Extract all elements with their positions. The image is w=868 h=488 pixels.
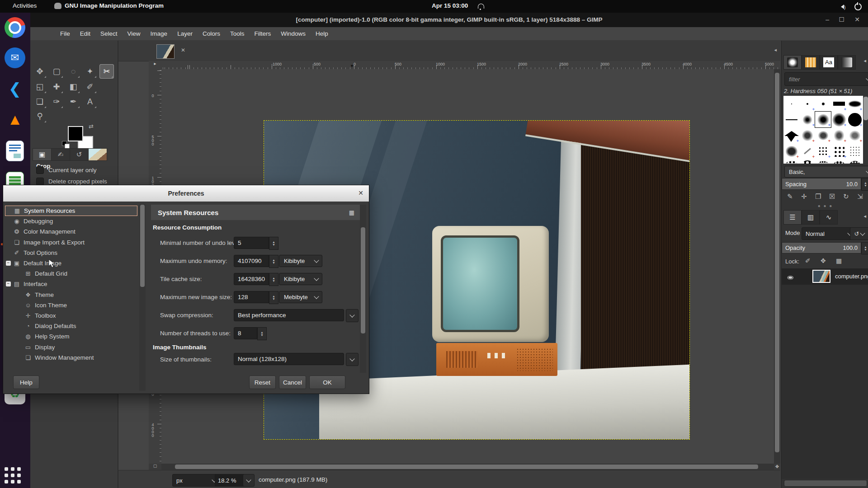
lock-alpha-icon[interactable]: ▦: [836, 257, 842, 264]
notification-bell-icon[interactable]: [478, 4, 484, 9]
layer-name[interactable]: computer.png: [835, 273, 868, 280]
pref-tree-toolbox[interactable]: ✛Toolbox: [5, 310, 137, 321]
menu-edit[interactable]: Edit: [76, 28, 94, 39]
field-swap-compression-dropdown-button[interactable]: [346, 309, 359, 322]
lock-pixels-icon[interactable]: ✐: [805, 257, 811, 264]
tree-scrollbar[interactable]: [139, 204, 146, 391]
help-button[interactable]: Help: [13, 375, 39, 389]
brush-swatch[interactable]: [815, 159, 831, 164]
tab-fonts[interactable]: Aa: [820, 55, 838, 70]
field-number-of-threads-to-use-input[interactable]: 8: [234, 327, 257, 339]
tool-transform[interactable]: ◱: [33, 80, 47, 94]
tab-brushes[interactable]: [783, 55, 802, 70]
dock-grip[interactable]: ● ● ●: [782, 203, 868, 208]
zoom-dropdown[interactable]: [243, 474, 255, 487]
brush-group-dropdown[interactable]: Basic,: [784, 166, 868, 178]
brush-swatch[interactable]: +: [799, 143, 815, 159]
dock-item-libreoffice-writer[interactable]: [5, 141, 25, 161]
layer-list-empty[interactable]: [782, 285, 868, 479]
layers-tab[interactable]: ☰: [783, 210, 802, 225]
preferences-close-icon[interactable]: ✕: [358, 189, 363, 197]
refresh-brushes-icon[interactable]: ↻: [843, 192, 849, 201]
menu-windows[interactable]: Windows: [277, 28, 310, 39]
channels-tab[interactable]: ▥: [802, 210, 820, 225]
tab-device-status[interactable]: ✍: [51, 148, 70, 161]
dock-item-app-grid[interactable]: [5, 467, 25, 488]
close-button[interactable]: ✕: [854, 16, 860, 23]
duplicate-brush-icon[interactable]: ❐: [815, 192, 821, 201]
brush-swatch[interactable]: [783, 96, 799, 112]
tool-clone[interactable]: ❏: [33, 94, 47, 109]
tool-zoom[interactable]: ⚲: [33, 109, 47, 123]
field-tile-cache-size-input[interactable]: 16428360: [234, 273, 269, 285]
power-icon[interactable]: [854, 3, 862, 10]
field-swap-compression-dropdown[interactable]: Best performance: [234, 309, 344, 321]
quick-mask-button[interactable]: ▢: [149, 464, 161, 470]
brush-swatch[interactable]: +: [831, 143, 847, 159]
brush-swatch[interactable]: +: [799, 112, 815, 127]
cancel-button[interactable]: Cancel: [279, 375, 306, 389]
pref-tree-system-resources[interactable]: ▦System Resources: [5, 206, 137, 216]
reset-button[interactable]: Reset: [249, 375, 276, 389]
field-minimal-number-of-undo-levels-input[interactable]: 5: [234, 237, 269, 249]
brush-swatch[interactable]: [815, 96, 831, 112]
tab-tool-options[interactable]: ▣: [33, 148, 52, 161]
menu-file[interactable]: File: [56, 28, 74, 39]
tool-heal[interactable]: ✚: [49, 80, 64, 94]
brush-swatch[interactable]: [847, 143, 863, 159]
clock[interactable]: Apr 15 03:00: [432, 2, 468, 9]
brush-filter-input[interactable]: filter: [784, 72, 868, 86]
tab-image-thumbnail[interactable]: [88, 148, 107, 161]
thumb-size-dropdown-button[interactable]: [346, 353, 359, 366]
brush-swatch[interactable]: +: [783, 143, 799, 159]
brush-swatch[interactable]: +: [847, 112, 863, 127]
field-maximum-undo-memory-spinner[interactable]: ▲▼: [269, 255, 278, 268]
image-tab-thumbnail[interactable]: [156, 44, 175, 59]
page-scrollbar[interactable]: [360, 205, 366, 373]
brush-swatch[interactable]: +: [815, 143, 831, 159]
dock-item-chrome[interactable]: [5, 17, 25, 38]
tree-expander-icon[interactable]: −: [6, 261, 11, 266]
field-maximum-new-image-size-unit-dropdown[interactable]: Mebibyte: [279, 291, 322, 303]
delete-brush-icon[interactable]: ☒: [829, 192, 835, 201]
menu-colors[interactable]: Colors: [198, 28, 224, 39]
pref-tree-dialog-defaults[interactable]: ◔Dialog Defaults: [5, 321, 137, 331]
pref-tree-icon-theme[interactable]: ☺Icon Theme: [5, 300, 137, 310]
opacity-spinner[interactable]: ▲▼: [861, 242, 868, 254]
tool-free-select[interactable]: ◌: [66, 64, 80, 79]
pref-tree-theme[interactable]: ❖Theme: [5, 290, 137, 300]
brush-swatch[interactable]: [783, 112, 799, 127]
menu-view[interactable]: View: [123, 28, 145, 39]
brush-swatch[interactable]: +: [815, 112, 831, 127]
tool-smudge[interactable]: ✑: [49, 94, 64, 109]
pref-tree-debugging[interactable]: ◉Debugging: [5, 216, 137, 226]
brush-swatch[interactable]: +: [799, 96, 815, 112]
pref-tree-default-grid[interactable]: ⊞Default Grid: [5, 268, 137, 279]
new-brush-icon[interactable]: ✛: [801, 192, 807, 201]
brush-grid[interactable]: ++++++++++++++++: [783, 96, 863, 164]
ruler-origin-button[interactable]: ▸: [149, 61, 162, 70]
edit-brush-icon[interactable]: ✎: [787, 192, 793, 201]
tool-bucket-fill[interactable]: ◧: [66, 80, 80, 94]
layer-thumbnail[interactable]: [812, 270, 830, 283]
layer-row[interactable]: ◉ computer.png: [782, 268, 868, 285]
vertical-scrollbar[interactable]: [774, 69, 780, 464]
dock-item-vlc[interactable]: ▲: [5, 109, 25, 130]
pref-tree-image-import-export[interactable]: ❏Image Import & Export: [5, 237, 137, 248]
brush-swatch[interactable]: [799, 159, 815, 164]
brush-swatch[interactable]: +: [831, 127, 847, 143]
pref-tree-color-management[interactable]: ❂Color Management: [5, 226, 137, 237]
activities-button[interactable]: Activities: [13, 2, 37, 9]
pref-tree-help-system[interactable]: ◍Help System: [5, 331, 137, 342]
brush-swatch[interactable]: +: [799, 127, 815, 143]
layers-menu-icon[interactable]: ◂: [863, 213, 866, 219]
mode-switch-button[interactable]: ↺: [850, 227, 868, 240]
pref-tree-interface[interactable]: ▤Interface: [5, 279, 137, 289]
checkbox-delete-cropped-pixels[interactable]: Delete cropped pixels: [36, 178, 107, 185]
gimp-title-bar[interactable]: [computer] (imported)-1.0 (RGB color 8-b…: [30, 13, 868, 27]
field-tile-cache-size-unit-dropdown[interactable]: Kibibyte: [279, 273, 322, 285]
preferences-title-bar[interactable]: Preferences ✕: [3, 185, 369, 202]
horizontal-scrollbar[interactable]: [161, 464, 774, 470]
spacing-spinner[interactable]: ▲▼: [861, 178, 868, 191]
brush-swatch[interactable]: +: [847, 96, 863, 112]
